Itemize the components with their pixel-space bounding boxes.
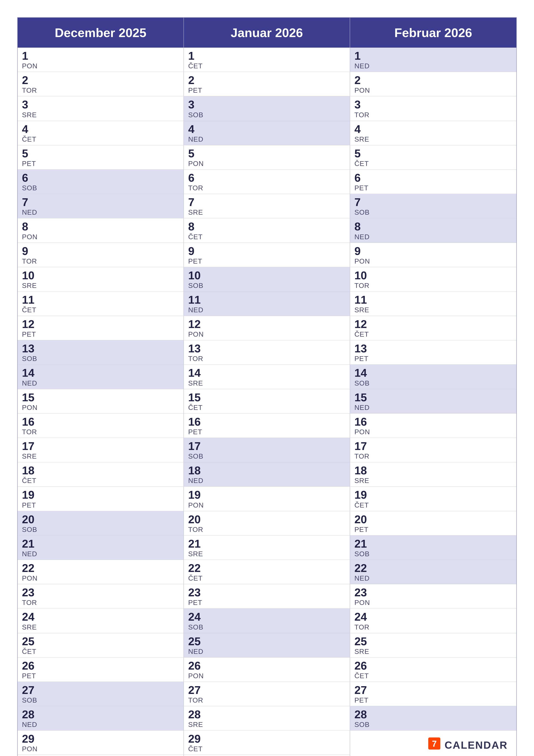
day-number: 9: [22, 245, 179, 257]
day-cell: 27SOB: [18, 682, 184, 706]
day-name: PET: [354, 526, 512, 534]
day-name: PON: [354, 257, 512, 265]
day-cell: 24SOB: [184, 608, 350, 633]
day-cell: 7SRE: [184, 194, 350, 218]
day-number: 15: [188, 392, 345, 404]
day-number: 14: [188, 367, 345, 379]
day-number: 10: [188, 269, 345, 282]
day-number: 7: [354, 196, 512, 208]
day-number: 24: [354, 611, 512, 623]
day-number: 4: [22, 123, 179, 135]
day-name: ČET: [188, 574, 345, 582]
day-cell: 5PON: [184, 145, 350, 170]
day-number: 13: [22, 342, 179, 355]
day-name: PON: [188, 672, 345, 680]
day-number: 4: [188, 123, 345, 135]
day-number: 29: [22, 733, 179, 745]
day-name: NED: [354, 404, 512, 412]
day-number: 7: [188, 196, 345, 208]
day-name: NED: [22, 208, 179, 216]
day-number: 24: [188, 611, 345, 623]
day-name: PON: [354, 428, 512, 436]
day-cell: 23TOR: [18, 584, 184, 608]
day-name: NED: [188, 477, 345, 485]
day-number: 15: [22, 392, 179, 404]
day-cell: 15ČET: [184, 389, 350, 414]
day-name: TOR: [22, 86, 179, 94]
day-number: 20: [22, 513, 179, 526]
day-number: 13: [188, 342, 345, 355]
day-name: TOR: [22, 428, 179, 436]
day-name: PET: [354, 696, 512, 704]
day-cell: 4NED: [184, 121, 350, 145]
day-number: 7: [22, 196, 179, 208]
day-name: SRE: [354, 306, 512, 314]
day-name: NED: [354, 233, 512, 241]
day-cell: 15NED: [350, 389, 516, 414]
day-name: SRE: [188, 379, 345, 387]
day-cell: 28SOB: [350, 706, 516, 731]
day-name: ČET: [22, 306, 179, 314]
day-cell: 9PON: [350, 243, 516, 267]
day-name: ČET: [188, 233, 345, 241]
day-number: 2: [188, 74, 345, 86]
day-number: 22: [354, 562, 512, 574]
day-name: PON: [22, 62, 179, 70]
calendar-logo-icon: 7: [428, 737, 441, 753]
day-cell: 17SRE: [18, 438, 184, 462]
day-cell: 8ČET: [184, 218, 350, 243]
day-name: SRE: [354, 477, 512, 485]
day-number: 16: [188, 416, 345, 428]
day-name: TOR: [188, 355, 345, 363]
day-cell: 3SRE: [18, 96, 184, 121]
day-name: ČET: [354, 330, 512, 338]
header-row: December 2025 Januar 2026 Februar 2026: [18, 18, 516, 48]
day-cell: 27PET: [350, 682, 516, 706]
day-name: SOB: [22, 355, 179, 363]
day-number: 28: [188, 708, 345, 721]
day-number: 6: [22, 172, 179, 184]
day-cell: 4SRE: [350, 121, 516, 145]
day-name: TOR: [354, 111, 512, 119]
day-name: PET: [188, 428, 345, 436]
day-number: 3: [22, 98, 179, 111]
day-name: SOB: [188, 452, 345, 460]
day-cell: 10SRE: [18, 267, 184, 292]
day-cell: 17TOR: [350, 438, 516, 462]
day-cell: 24SRE: [18, 608, 184, 633]
day-cell: 23PON: [350, 584, 516, 608]
day-cell: 8PON: [18, 218, 184, 243]
month-header-februar: Februar 2026: [350, 18, 516, 48]
day-name: PON: [22, 404, 179, 412]
day-cell: 2PON: [350, 72, 516, 96]
day-cell: 9PET: [184, 243, 350, 267]
day-cell: 5PET: [18, 145, 184, 170]
day-cell: 25SRE: [350, 633, 516, 658]
day-cell: 9TOR: [18, 243, 184, 267]
day-cell: 8NED: [350, 218, 516, 243]
day-name: SOB: [188, 623, 345, 631]
day-number: 10: [354, 269, 512, 282]
day-cell: 26PON: [184, 658, 350, 682]
day-cell: 14SRE: [184, 364, 350, 389]
day-number: 19: [354, 489, 512, 501]
day-name: TOR: [22, 599, 179, 607]
day-name: SOB: [22, 696, 179, 704]
day-name: SOB: [188, 282, 345, 290]
day-number: 20: [354, 513, 512, 526]
day-cell: 18ČET: [18, 462, 184, 487]
day-name: ČET: [354, 501, 512, 509]
day-number: 14: [22, 367, 179, 379]
day-cell: 5ČET: [350, 145, 516, 170]
day-cell: 25ČET: [18, 633, 184, 658]
day-name: PET: [354, 184, 512, 192]
logo-cell: 7CALENDAR: [350, 731, 516, 756]
day-cell: 12PET: [18, 316, 184, 340]
day-cell: 1PON: [18, 48, 184, 72]
day-number: 1: [22, 50, 179, 62]
day-number: 11: [354, 294, 512, 306]
day-name: PON: [188, 330, 345, 338]
day-cell: 6SOB: [18, 170, 184, 194]
day-name: SOB: [22, 526, 179, 534]
day-cell: 1ČET: [184, 48, 350, 72]
